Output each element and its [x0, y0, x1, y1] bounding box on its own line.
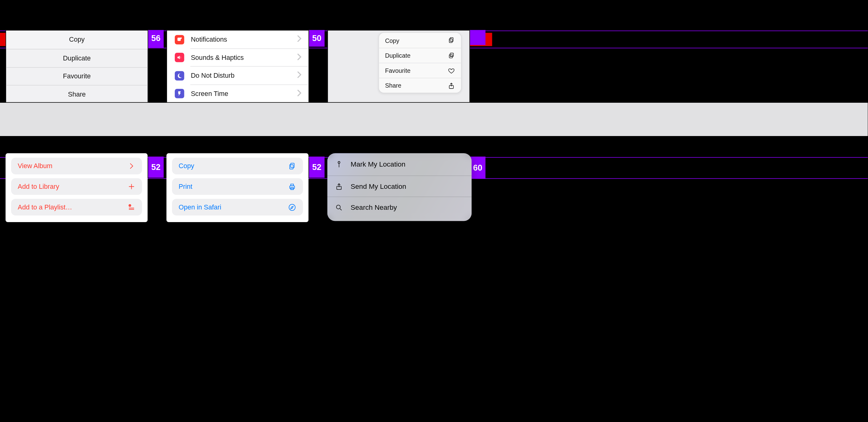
annotation-value: 56	[151, 33, 161, 43]
svg-rect-2	[450, 38, 453, 41]
panel-safari-actions: Copy Print Open in Safari	[166, 153, 309, 222]
popover-item-duplicate[interactable]: Duplicate	[379, 48, 461, 63]
svg-rect-9	[290, 164, 293, 169]
item-label: Share	[68, 91, 86, 99]
music-action-add-library[interactable]: Add to Library	[11, 178, 142, 195]
panel-music-actions: View Album Add to Library Add to a Playl…	[5, 153, 148, 222]
actionsheet-item[interactable]: Copy	[6, 31, 148, 49]
item-label: View Album	[18, 162, 53, 170]
compass-icon	[288, 203, 296, 211]
pin-icon	[335, 161, 343, 168]
svg-point-16	[336, 205, 340, 209]
measure-column: 52	[309, 157, 324, 178]
item-label: Screen Time	[191, 90, 228, 97]
dnd-icon	[175, 71, 184, 81]
actionsheet-item[interactable]: Favourite	[6, 67, 148, 85]
measure-column: 56	[148, 30, 164, 48]
popover-item-share[interactable]: Share	[379, 78, 461, 93]
item-label: Duplicate	[385, 52, 410, 59]
chevron-right-icon	[298, 72, 302, 80]
item-label: Copy	[385, 37, 399, 44]
share-icon	[448, 82, 455, 89]
share-icon	[335, 182, 343, 190]
item-label: Add to Library	[18, 182, 59, 190]
item-label: Do Not Disturb	[191, 72, 235, 80]
panel-popover-bg: Copy Duplicate Favourite Share	[327, 30, 470, 103]
sounds-icon	[175, 53, 184, 62]
annotation-value: 50	[312, 33, 321, 43]
annotation-value: 52	[151, 162, 161, 172]
item-label: Open in Safari	[179, 203, 221, 211]
popover-item-copy[interactable]: Copy	[379, 33, 461, 48]
magnify-icon	[335, 204, 343, 211]
music-action-view-album[interactable]: View Album	[11, 158, 142, 174]
heart-icon	[448, 67, 455, 74]
item-label: Copy	[69, 36, 85, 44]
item-label: Add to a Playlist…	[18, 203, 72, 211]
settings-row-sounds[interactable]: Sounds & Haptics	[167, 49, 309, 67]
chevron-right-icon	[298, 35, 302, 44]
panel-actionsheet: Copy Duplicate Favourite Share	[5, 30, 148, 103]
annotation-value: 60	[473, 163, 483, 172]
maps-action-mark-location[interactable]: Mark My Location	[327, 153, 472, 175]
svg-point-13	[289, 204, 295, 210]
item-label: Sounds & Haptics	[191, 54, 244, 61]
settings-row-screentime[interactable]: Screen Time	[167, 85, 309, 103]
item-label: Favourite	[385, 67, 410, 74]
plus-icon	[128, 182, 135, 190]
item-label: Send My Location	[351, 182, 406, 190]
maps-action-search-nearby[interactable]: Search Nearby	[327, 197, 472, 218]
item-label: Mark My Location	[351, 161, 406, 168]
popover-item-favourite[interactable]: Favourite	[379, 63, 461, 78]
notifications-icon	[175, 35, 184, 45]
music-action-add-playlist[interactable]: Add to a Playlist…	[11, 199, 142, 215]
item-label: Notifications	[191, 36, 227, 44]
safari-action-print[interactable]: Print	[172, 178, 303, 195]
settings-row-dnd[interactable]: Do Not Disturb	[167, 67, 309, 85]
chevron-right-icon	[298, 53, 302, 62]
measure-column: 60	[470, 157, 486, 179]
svg-rect-11	[291, 184, 293, 186]
svg-rect-10	[290, 186, 295, 188]
doc-on-doc-icon	[448, 37, 455, 44]
item-label: Copy	[179, 162, 194, 170]
plus-square-on-square-icon	[448, 52, 455, 59]
playlist-add-icon	[128, 203, 135, 211]
measure-column: 52	[148, 157, 164, 178]
actionsheet-item[interactable]: Duplicate	[6, 49, 148, 67]
item-label: Duplicate	[63, 54, 91, 62]
svg-rect-3	[449, 39, 452, 43]
chevron-right-icon	[298, 89, 302, 98]
printer-icon	[288, 182, 296, 191]
item-label: Search Nearby	[351, 204, 397, 211]
svg-rect-8	[291, 163, 294, 168]
screentime-icon	[175, 89, 184, 99]
actionsheet-item[interactable]: Share	[6, 85, 148, 103]
svg-point-14	[338, 161, 340, 163]
context-popover: Copy Duplicate Favourite Share	[378, 32, 462, 93]
measure-column: 50	[309, 30, 324, 47]
measure-column	[470, 30, 486, 45]
safari-action-open-safari[interactable]: Open in Safari	[172, 199, 303, 215]
separator-strip	[0, 103, 868, 136]
item-label: Print	[179, 182, 192, 190]
svg-point-1	[180, 37, 182, 39]
item-label: Share	[385, 82, 401, 89]
panel-maps-context: Mark My Location Send My Location Search…	[327, 153, 472, 221]
settings-row-notifications[interactable]: Notifications	[167, 31, 309, 49]
doc-on-doc-icon	[288, 162, 296, 170]
item-label: Favourite	[63, 73, 91, 80]
safari-action-copy[interactable]: Copy	[172, 158, 303, 174]
chevron-right-icon	[128, 162, 135, 170]
panel-settings-list: Notifications Sounds & Haptics Do Not Di…	[166, 30, 309, 103]
annotation-value: 52	[312, 162, 321, 172]
maps-action-send-location[interactable]: Send My Location	[327, 175, 472, 197]
